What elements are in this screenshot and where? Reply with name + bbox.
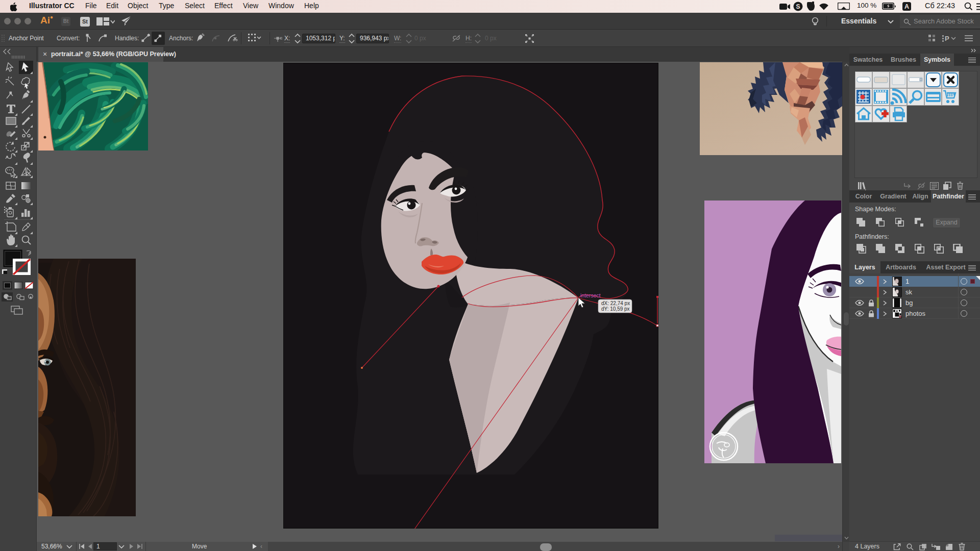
svg-text:intersect: intersect (580, 292, 601, 298)
svg-text:dX: 22,74 px: dX: 22,74 px (601, 300, 630, 306)
svg-text:S: S (796, 3, 800, 10)
svg-text:A: A (904, 3, 909, 10)
svg-text:P: P (945, 35, 949, 42)
svg-text:dY: 10,59 px: dY: 10,59 px (601, 306, 630, 312)
